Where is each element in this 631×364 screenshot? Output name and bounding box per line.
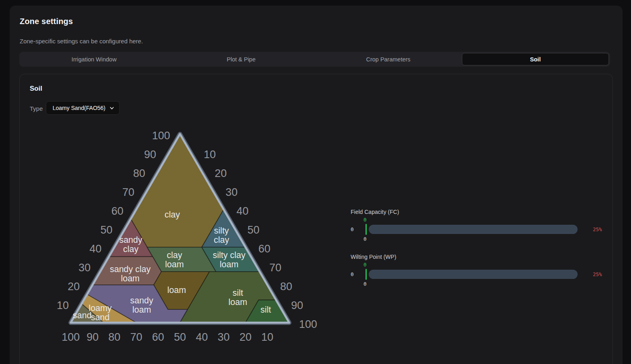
- region-label-silty-clay-loam: silty clay: [213, 250, 245, 260]
- field-capacity-max-value: 25%: [593, 226, 602, 232]
- right-axis-tick-80: 80: [280, 281, 292, 293]
- soil-texture-triangle: 1009080706050403020101020304050607080901…: [25, 129, 338, 356]
- wilting-point-slider-handle[interactable]: [366, 269, 367, 280]
- left-axis-tick-10: 10: [57, 299, 69, 311]
- left-axis-tick-90: 90: [144, 148, 156, 161]
- tab-bar: Irrigation Window Plot & Pipe Crop Param…: [19, 52, 610, 67]
- left-axis-tick-80: 80: [133, 167, 145, 179]
- right-axis-tick-90: 90: [291, 299, 303, 311]
- left-axis-tick-40: 40: [90, 243, 102, 255]
- left-axis-tick-100: 100: [152, 130, 170, 142]
- right-axis-tick-20: 20: [214, 167, 227, 179]
- right-axis-tick-50: 50: [247, 224, 259, 236]
- chevron-down-icon: [109, 106, 114, 111]
- left-axis-tick-60: 60: [111, 205, 123, 217]
- bottom-axis-tick-50: 50: [174, 331, 186, 343]
- region-label-silt: silt: [260, 305, 271, 315]
- region-label-silty-clay: clay: [214, 235, 229, 245]
- field-capacity-label: Field Capacity (FC): [351, 209, 399, 215]
- wilting-point-label: Wilting Point (WP): [351, 254, 396, 260]
- field-capacity-marker-value-bottom: 0: [363, 236, 367, 242]
- field-capacity-control: Field Capacity (FC) 0 0 25% 0: [351, 209, 624, 247]
- bottom-axis-tick-20: 20: [239, 331, 251, 343]
- region-label-sandy-loam: sandy: [130, 296, 153, 305]
- bottom-axis-tick-80: 80: [108, 331, 120, 343]
- right-axis-tick-10: 10: [204, 148, 216, 161]
- soil-type-selected-value: Loamy Sand(FAO56): [53, 105, 106, 111]
- region-label-loam: loam: [167, 285, 186, 295]
- region-label-silt-loam: silt: [233, 288, 243, 298]
- region-label-loamy-sand: sand: [91, 313, 110, 322]
- region-label-sandy-clay: sandy: [119, 235, 143, 245]
- bottom-axis-tick-10: 10: [261, 331, 274, 343]
- region-label-sandy-loam: loam: [132, 305, 151, 315]
- bottom-axis-tick-40: 40: [196, 331, 208, 343]
- right-axis-tick-70: 70: [269, 262, 281, 274]
- region-label-clay: clay: [165, 210, 180, 220]
- bottom-axis-tick-60: 60: [152, 331, 164, 343]
- region-label-silt-loam: loam: [229, 297, 247, 307]
- bottom-axis-tick-100: 100: [61, 331, 80, 343]
- region-label-sand: sand: [73, 311, 92, 320]
- soil-type-select[interactable]: Loamy Sand(FAO56): [46, 101, 120, 115]
- bottom-axis-tick-70: 70: [130, 331, 142, 343]
- field-capacity-marker-value: 0: [363, 217, 367, 223]
- left-axis-tick-70: 70: [122, 186, 134, 198]
- wilting-point-min-value: 0: [351, 271, 354, 277]
- zone-settings-panel: Zone settings Zone-specific settings can…: [10, 6, 623, 364]
- region-label-sandy-clay-loam: sandy clay: [110, 264, 151, 274]
- field-capacity-slider-handle[interactable]: [366, 224, 367, 235]
- soil-card-title: Soil: [30, 85, 42, 93]
- tab-plot-and-pipe[interactable]: Plot & Pipe: [167, 53, 314, 65]
- region-label-sandy-clay-loam: loam: [121, 274, 140, 283]
- left-axis-tick-20: 20: [67, 281, 80, 293]
- region-label-clay-loam: loam: [165, 260, 184, 269]
- wilting-point-control: Wilting Point (WP) 0 0 25% 0: [351, 254, 624, 292]
- bottom-axis-tick-30: 30: [218, 331, 230, 343]
- region-label-silty-clay: silty: [214, 226, 229, 236]
- tab-irrigation-window[interactable]: Irrigation Window: [20, 53, 167, 65]
- left-axis-tick-50: 50: [100, 224, 112, 236]
- region-label-clay-loam: clay: [167, 250, 182, 260]
- tab-crop-parameters[interactable]: Crop Parameters: [315, 53, 462, 65]
- tab-soil[interactable]: Soil: [462, 53, 609, 65]
- right-axis-tick-40: 40: [237, 205, 249, 217]
- region-label-sandy-clay: clay: [123, 244, 138, 254]
- page-title: Zone settings: [20, 17, 73, 26]
- right-axis-tick-60: 60: [258, 243, 270, 255]
- field-capacity-min-value: 0: [351, 226, 354, 232]
- region-label-silty-clay-loam: loam: [220, 260, 239, 269]
- left-axis-tick-30: 30: [79, 262, 91, 274]
- field-capacity-slider-track[interactable]: [369, 225, 578, 234]
- wilting-point-max-value: 25%: [593, 271, 602, 277]
- wilting-point-marker-value: 0: [363, 262, 367, 268]
- region-label-loamy-sand: loamy: [89, 303, 112, 313]
- bottom-axis-tick-90: 90: [86, 331, 98, 343]
- wilting-point-marker-value-bottom: 0: [363, 281, 367, 287]
- soil-type-label: Type: [30, 105, 43, 112]
- page-subtitle: Zone-specific settings can be configured…: [20, 38, 143, 45]
- right-axis-tick-30: 30: [226, 186, 238, 198]
- right-axis-tick-100: 100: [299, 318, 317, 330]
- wilting-point-slider-track[interactable]: [369, 270, 578, 279]
- soil-card: Soil Type Loamy Sand(FAO56) 100908070605…: [19, 74, 613, 364]
